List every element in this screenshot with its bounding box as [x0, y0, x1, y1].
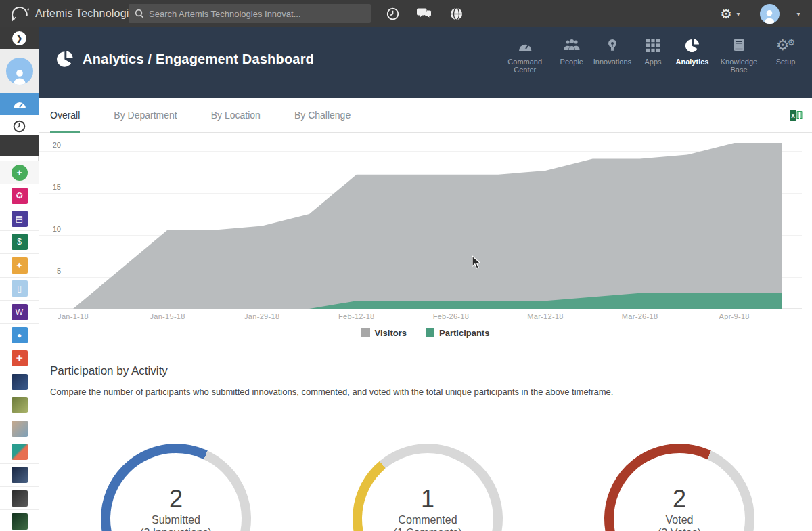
chart-legend: Visitors Participants: [39, 328, 812, 338]
people-icon: [563, 37, 581, 54]
x-tick-Feb-26-18: Feb-26-18: [433, 312, 469, 320]
sidebar-item-challenge-photo-portrait[interactable]: [0, 417, 39, 440]
gauge-icon: [12, 98, 27, 110]
book-icon: [731, 37, 746, 54]
x-tick-Jan-15-18: Jan-15-18: [150, 312, 185, 320]
challenge-photo-olive-icon: [12, 397, 28, 413]
x-tick-Jan-1-18: Jan-1-18: [58, 312, 89, 320]
challenge-funding-icon: $: [12, 234, 28, 250]
sidebar-expand-button[interactable]: ❯: [0, 27, 39, 49]
search-input[interactable]: [149, 9, 352, 19]
sidebar-item-challenge-globe[interactable]: ●: [0, 324, 39, 347]
sidebar-item-challenge-photo-greendark[interactable]: [0, 510, 39, 531]
gears-icon: ⚙⚙: [776, 37, 795, 54]
challenge-photo-darkblue-icon: [12, 374, 28, 390]
clock-icon[interactable]: [381, 0, 404, 27]
nav-setup[interactable]: ⚙⚙ Setup: [768, 37, 803, 66]
sidebar-challenge-list: ✪▤$✦▯W●✚: [0, 184, 39, 531]
challenge-photo-navy-icon: [12, 467, 28, 483]
tab-by-department[interactable]: By Department: [114, 98, 177, 133]
page-header: Analytics / Engagement Dashboard Command…: [39, 27, 812, 98]
x-tick-Feb-12-18: Feb-12-18: [338, 312, 374, 320]
sidebar-item-challenge-photo-olive[interactable]: [0, 394, 39, 417]
gear-caret-icon[interactable]: ▾: [732, 0, 744, 27]
excel-export-icon[interactable]: x: [790, 109, 803, 124]
challenge-orange-icon: ✦: [12, 257, 28, 274]
artemis-logo-icon[interactable]: [8, 4, 30, 23]
section-title: Participation by Activity: [50, 364, 812, 378]
sidebar-item-dashboard-active[interactable]: [0, 93, 39, 115]
commented-sublabel: (1 Comments): [353, 526, 503, 531]
challenge-photo-portrait-icon: [12, 421, 28, 437]
person-icon: [762, 7, 777, 24]
globe-icon[interactable]: [445, 0, 468, 27]
pie-chart-icon: [685, 37, 700, 54]
sidebar-item-challenge-medal[interactable]: ✪: [0, 184, 39, 207]
donut-voted: 2 Voted (2 Votes): [554, 444, 805, 531]
donut-commented: 1 Commented (1 Comments): [302, 444, 554, 531]
tab-overall[interactable]: Overall: [50, 98, 80, 133]
svg-text:x: x: [791, 112, 795, 119]
challenge-card-icon: ▤: [12, 211, 28, 227]
commented-value: 1: [353, 486, 503, 513]
donut-submitted: 2 Submitted (3 Innovations): [50, 444, 302, 531]
visitors-swatch-icon: [361, 328, 370, 337]
engagement-area-chart: 2015105 Jan-1-18Jan-15-18Jan-29-18Feb-12…: [39, 133, 812, 352]
sidebar-item-challenge-funding[interactable]: $: [0, 231, 39, 254]
sidebar-item-profile[interactable]: [0, 49, 39, 93]
sidebar-item-challenge-doc[interactable]: ▯: [0, 278, 39, 301]
brand-name: Artemis Technologies: [35, 7, 141, 20]
sidebar-add-button[interactable]: +: [0, 161, 39, 184]
nav-command-center[interactable]: Command Center: [500, 37, 550, 74]
sidebar-item-recent[interactable]: [0, 115, 39, 137]
pie-chart-icon: [56, 50, 74, 68]
legend-participants[interactable]: Participants: [426, 328, 489, 338]
x-axis-labels: Jan-1-18Jan-15-18Jan-29-18Feb-12-18Feb-2…: [39, 309, 812, 324]
nav-apps[interactable]: Apps: [635, 37, 671, 66]
sidebar-divider-block: [0, 135, 39, 156]
top-bar: Artemis Technologies ⚙ ▾: [0, 0, 812, 27]
sidebar-item-challenge-photo-navy[interactable]: [0, 464, 39, 487]
global-search[interactable]: [129, 4, 371, 23]
clock-icon: [12, 119, 26, 133]
header-nav: Command Center People: [498, 37, 805, 74]
tab-by-challenge[interactable]: By Challenge: [294, 98, 351, 133]
chart-plot-area[interactable]: 2015105: [39, 133, 812, 309]
submitted-label: Submitted: [101, 513, 251, 526]
nav-innovations[interactable]: Innovations: [593, 37, 631, 66]
chevron-right-icon: ❯: [12, 31, 26, 45]
legend-visitors[interactable]: Visitors: [361, 328, 407, 338]
participation-section: Participation by Activity Compare the nu…: [39, 352, 812, 531]
challenge-medal-icon: ✪: [12, 188, 28, 204]
chat-icon[interactable]: [413, 0, 436, 27]
sidebar-item-challenge-butterfly[interactable]: W: [0, 301, 39, 324]
avatar[interactable]: [758, 0, 781, 27]
voted-sublabel: (2 Votes): [604, 526, 754, 531]
visitors-area: [73, 143, 782, 309]
tab-by-location[interactable]: By Location: [211, 98, 261, 133]
profile-caret-icon[interactable]: ▾: [790, 0, 807, 27]
voted-label: Voted: [604, 513, 754, 526]
sidebar: ❯ + ✪▤$✦▯W●✚: [0, 27, 39, 531]
challenge-plus-icon: ✚: [12, 350, 28, 366]
challenge-butterfly-icon: W: [12, 304, 28, 320]
voted-value: 2: [604, 486, 754, 513]
nav-people[interactable]: People: [554, 37, 589, 66]
commented-label: Commented: [353, 513, 503, 526]
sidebar-item-challenge-plus[interactable]: ✚: [0, 347, 39, 370]
submitted-value: 2: [101, 486, 251, 513]
nav-knowledge-base[interactable]: Knowledge Base: [714, 37, 764, 74]
sidebar-item-challenge-photo-dark[interactable]: [0, 487, 39, 510]
sidebar-item-challenge-orange[interactable]: ✦: [0, 254, 39, 277]
sidebar-item-challenge-photo-handshake[interactable]: [0, 440, 39, 463]
submitted-sublabel: (3 Innovations): [101, 526, 251, 531]
x-tick-Apr-9-18: Apr-9-18: [719, 312, 750, 320]
gauge-icon: [517, 37, 533, 54]
challenge-photo-greendark-icon: [12, 513, 28, 530]
participants-swatch-icon: [426, 328, 434, 337]
donut-row: 2 Submitted (3 Innovations) 1 Commented …: [50, 444, 805, 531]
grid-icon: [646, 37, 660, 54]
nav-analytics[interactable]: Analytics: [675, 37, 710, 66]
sidebar-item-challenge-card[interactable]: ▤: [0, 207, 39, 230]
sidebar-item-challenge-photo-darkblue[interactable]: [0, 370, 39, 394]
